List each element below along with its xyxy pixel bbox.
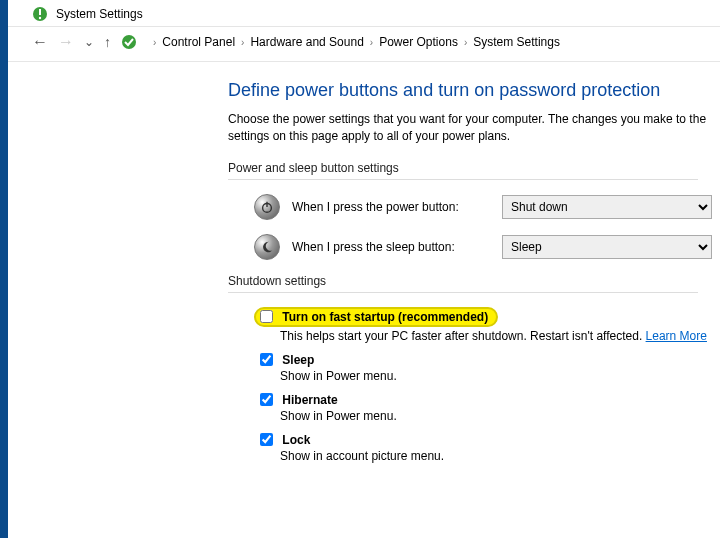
content-pane: Define power buttons and turn on passwor… [8, 62, 720, 463]
chevron-right-icon: › [153, 37, 156, 48]
fast-startup-checkbox[interactable] [260, 310, 273, 323]
chevron-right-icon: › [241, 37, 244, 48]
page-title: Define power buttons and turn on passwor… [228, 80, 720, 101]
fast-startup-highlight: Turn on fast startup (recommended) [254, 307, 498, 327]
breadcrumb-item[interactable]: System Settings [473, 35, 560, 49]
title-bar: System Settings [8, 0, 720, 27]
svg-point-2 [39, 17, 41, 19]
hibernate-checkbox[interactable] [260, 393, 273, 406]
fast-startup-row: Turn on fast startup (recommended) This … [260, 307, 720, 343]
moon-icon [254, 234, 280, 260]
section-shutdown-heading: Shutdown settings [228, 274, 698, 293]
lock-label: Lock [282, 433, 310, 447]
sleep-checkbox[interactable] [260, 353, 273, 366]
fast-startup-sub-text: This helps start your PC faster after sh… [280, 329, 642, 343]
learn-more-link[interactable]: Learn More [646, 329, 707, 343]
up-button[interactable]: ↑ [104, 34, 111, 50]
recent-dropdown[interactable]: ⌄ [84, 35, 94, 49]
power-button-select[interactable]: Do nothingSleepHibernateShut down [502, 195, 712, 219]
page-description: Choose the power settings that you want … [228, 111, 720, 145]
fast-startup-sub: This helps start your PC faster after sh… [280, 329, 720, 343]
lock-row: Lock Show in account picture menu. [260, 433, 720, 463]
svg-point-3 [122, 35, 136, 49]
sleep-sub: Show in Power menu. [280, 369, 720, 383]
window-title: System Settings [56, 7, 143, 21]
nav-bar: ← → ⌄ ↑ › Control Panel › Hardware and S… [8, 27, 720, 62]
sleep-button-select[interactable]: Do nothingSleepHibernateShut down [502, 235, 712, 259]
breadcrumb-item[interactable]: Power Options [379, 35, 458, 49]
lock-checkbox[interactable] [260, 433, 273, 446]
sleep-button-label: When I press the sleep button: [292, 240, 490, 254]
forward-button[interactable]: → [58, 33, 74, 51]
section-power-sleep-heading: Power and sleep button settings [228, 161, 698, 180]
fast-startup-label: Turn on fast startup (recommended) [282, 310, 488, 324]
hibernate-row: Hibernate Show in Power menu. [260, 393, 720, 423]
svg-rect-5 [266, 201, 267, 206]
power-button-row: When I press the power button: Do nothin… [254, 194, 720, 220]
control-panel-icon [32, 6, 48, 22]
sleep-button-row: When I press the sleep button: Do nothin… [254, 234, 720, 260]
lock-sub: Show in account picture menu. [280, 449, 720, 463]
breadcrumb-item[interactable]: Hardware and Sound [250, 35, 363, 49]
back-button[interactable]: ← [32, 33, 48, 51]
power-icon [254, 194, 280, 220]
location-icon [121, 34, 137, 50]
sleep-label: Sleep [282, 353, 314, 367]
breadcrumb-item[interactable]: Control Panel [162, 35, 235, 49]
hibernate-sub: Show in Power menu. [280, 409, 720, 423]
breadcrumb[interactable]: › Control Panel › Hardware and Sound › P… [153, 35, 560, 49]
power-button-label: When I press the power button: [292, 200, 490, 214]
hibernate-label: Hibernate [282, 393, 337, 407]
shutdown-settings-list: Turn on fast startup (recommended) This … [260, 307, 720, 463]
chevron-right-icon: › [464, 37, 467, 48]
svg-rect-1 [39, 9, 41, 15]
chevron-right-icon: › [370, 37, 373, 48]
sleep-row: Sleep Show in Power menu. [260, 353, 720, 383]
